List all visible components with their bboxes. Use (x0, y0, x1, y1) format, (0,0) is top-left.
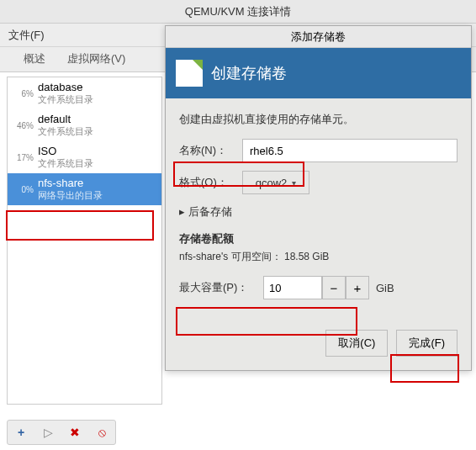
dialog-header-text: 创建存储卷 (211, 63, 287, 83)
storage-item-nfs-share[interactable]: 0% nfs-share 网络导出的目录 (8, 173, 161, 205)
storage-item-default[interactable]: 46% default 文件系统目录 (8, 109, 161, 141)
backing-storage-toggle[interactable]: ▸ 后备存储 (179, 204, 457, 220)
name-input[interactable] (242, 139, 457, 162)
storage-type: 文件系统目录 (38, 125, 93, 138)
menu-file[interactable]: 文件(F) (8, 29, 45, 41)
tab-virtual-network[interactable]: 虚拟网络(V) (56, 45, 136, 71)
dialog-header: 创建存储卷 (166, 48, 471, 98)
storage-list: 6% database 文件系统目录 46% default 文件系统目录 17… (7, 77, 162, 405)
max-capacity-input[interactable] (263, 276, 322, 299)
storage-name: database (38, 81, 93, 93)
start-storage-button[interactable]: ▷ (36, 422, 60, 442)
format-value: qcow2 (256, 177, 288, 189)
chevron-down-icon: ▾ (292, 178, 296, 188)
storage-item-iso[interactable]: 17% ISO 文件系统目录 (8, 141, 161, 173)
available-space: nfs-share's 可用空间： 18.58 GiB (179, 250, 457, 264)
backing-label: 后备存储 (188, 205, 232, 218)
storage-type: 文件系统目录 (38, 157, 93, 170)
usage-pct: 0% (13, 185, 34, 194)
storage-type: 网络导出的目录 (38, 189, 103, 202)
decrease-button[interactable]: − (322, 276, 346, 299)
capacity-unit: GiB (376, 282, 394, 294)
name-label: 名称(N)： (179, 143, 242, 158)
add-volume-dialog: 添加存储卷 创建存储卷 创建由虚拟机直接使用的存储单元。 名称(N)： 格式(O… (165, 25, 472, 371)
tab-overview[interactable]: 概述 (13, 45, 56, 71)
storage-name: ISO (38, 145, 93, 157)
add-storage-button[interactable]: + (9, 422, 33, 442)
new-volume-icon (176, 60, 203, 87)
usage-pct: 17% (13, 153, 34, 162)
format-label: 格式(O)： (179, 175, 242, 190)
chevron-right-icon: ▸ (179, 205, 185, 218)
finish-button[interactable]: 完成(F) (396, 330, 457, 357)
format-select[interactable]: qcow2 ▾ (242, 171, 309, 194)
storage-toolbar: + ▷ ✖ ⦸ (7, 420, 116, 445)
delete-storage-button[interactable]: ✖ (63, 422, 87, 442)
usage-pct: 46% (13, 121, 34, 130)
dialog-description: 创建由虚拟机直接使用的存储单元。 (179, 112, 457, 127)
stop-storage-button[interactable]: ⦸ (90, 422, 114, 442)
increase-button[interactable]: + (346, 276, 369, 299)
cancel-button[interactable]: 取消(C) (325, 330, 388, 357)
usage-pct: 6% (13, 89, 34, 98)
storage-name: nfs-share (38, 177, 103, 189)
storage-name: default (38, 113, 93, 125)
dialog-title: 添加存储卷 (166, 26, 471, 48)
storage-type: 文件系统目录 (38, 93, 93, 106)
max-capacity-label: 最大容量(P)： (179, 280, 263, 295)
window-titlebar: QEMU/KVM 连接详情 (0, 0, 476, 24)
storage-item-database[interactable]: 6% database 文件系统目录 (8, 77, 161, 109)
quota-title: 存储卷配额 (179, 231, 457, 246)
